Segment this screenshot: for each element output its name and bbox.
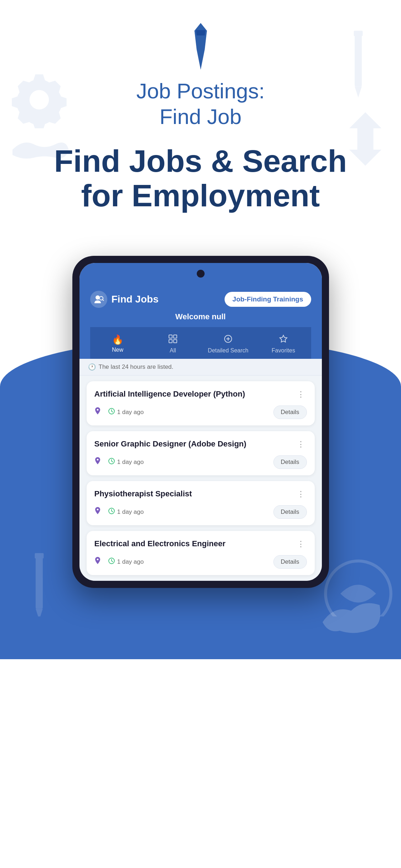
location-icon xyxy=(94,457,101,467)
job-location xyxy=(94,507,101,517)
tie-icon xyxy=(185,21,217,71)
all-tab-icon xyxy=(168,334,178,346)
favorites-tab-icon xyxy=(279,334,288,346)
jobs-list: Artificial Intelligence Developer (Pytho… xyxy=(79,376,322,581)
job-time: 1 day ago xyxy=(108,408,144,417)
job-card: Physiotherapist Specialist ⋮ xyxy=(87,481,315,525)
phone-wrapper: Find Jobs Job-Finding Trainings Welcome … xyxy=(72,256,329,588)
job-location xyxy=(94,557,101,567)
job-title: Electrical and Electronics Engineer xyxy=(94,539,295,549)
top-header: Job Postings: Find Job xyxy=(29,21,372,130)
job-card-top: Electrical and Electronics Engineer ⋮ xyxy=(94,539,307,549)
tab-all[interactable]: All xyxy=(145,331,201,359)
favorites-tab-label: Favorites xyxy=(272,347,295,354)
job-card-bottom: 1 day ago Details xyxy=(94,505,307,519)
phone-screen: Find Jobs Job-Finding Trainings Welcome … xyxy=(79,263,322,581)
svg-marker-19 xyxy=(280,335,287,342)
job-card: Senior Graphic Designer (Adobe Design) ⋮ xyxy=(87,431,315,475)
details-button[interactable]: Details xyxy=(273,405,307,419)
location-icon xyxy=(94,557,101,567)
location-icon xyxy=(94,507,101,517)
job-card-top: Senior Graphic Designer (Adobe Design) ⋮ xyxy=(94,439,307,450)
job-card-bottom: 1 day ago Details xyxy=(94,405,307,419)
phone-notch xyxy=(79,263,322,284)
tab-detailed-search[interactable]: Detailed Search xyxy=(201,331,256,359)
svg-rect-13 xyxy=(174,335,177,338)
svg-rect-14 xyxy=(169,340,172,343)
time-icon xyxy=(108,458,115,466)
job-meta: 1 day ago xyxy=(94,457,144,467)
svg-rect-15 xyxy=(174,340,177,343)
job-meta: 1 day ago xyxy=(94,407,144,417)
app-logo xyxy=(90,291,107,308)
svg-point-9 xyxy=(96,295,100,300)
job-meta: 1 day ago xyxy=(94,507,144,517)
details-button[interactable]: Details xyxy=(273,455,307,469)
welcome-text: Welcome null xyxy=(90,312,311,321)
tab-new[interactable]: 🔥 New xyxy=(90,331,145,359)
details-button[interactable]: Details xyxy=(273,555,307,569)
job-card-bottom: 1 day ago Details xyxy=(94,455,307,469)
job-card: Electrical and Electronics Engineer ⋮ xyxy=(87,531,315,575)
job-time: 1 day ago xyxy=(108,458,144,466)
app-logo-area: Find Jobs xyxy=(90,291,159,308)
job-card-top: Physiotherapist Specialist ⋮ xyxy=(94,489,307,500)
new-tab-icon: 🔥 xyxy=(112,334,123,345)
svg-marker-3 xyxy=(194,23,207,69)
job-menu-button[interactable]: ⋮ xyxy=(295,489,307,500)
job-time-text: 1 day ago xyxy=(117,409,144,416)
phone-camera xyxy=(197,270,205,278)
location-icon xyxy=(94,407,101,417)
job-menu-button[interactable]: ⋮ xyxy=(295,389,307,400)
last24-notice: 🕐 The last 24 hours are listed. xyxy=(79,359,322,376)
new-tab-label: New xyxy=(112,347,123,353)
tab-favorites[interactable]: Favorites xyxy=(256,331,311,359)
clock-icon: 🕐 xyxy=(88,363,96,371)
job-time-text: 1 day ago xyxy=(117,459,144,466)
svg-marker-4 xyxy=(196,30,205,36)
phone-frame: Find Jobs Job-Finding Trainings Welcome … xyxy=(72,256,329,588)
time-icon xyxy=(108,408,115,417)
main-headline: Find Jobs & Search for Employment xyxy=(54,144,347,213)
top-section: Job Postings: Find Job Find Jobs & Searc… xyxy=(0,0,401,249)
job-menu-button[interactable]: ⋮ xyxy=(295,539,307,549)
job-title: Artificial Intelligence Developer (Pytho… xyxy=(94,389,295,399)
app-name-label: Find Jobs xyxy=(112,294,159,305)
detailed-search-tab-label: Detailed Search xyxy=(208,347,248,354)
detailed-search-tab-icon xyxy=(223,334,233,346)
details-button[interactable]: Details xyxy=(273,505,307,519)
job-title: Senior Graphic Designer (Adobe Design) xyxy=(94,439,295,449)
time-icon xyxy=(108,557,115,566)
job-menu-button[interactable]: ⋮ xyxy=(295,439,307,450)
job-card: Artificial Intelligence Developer (Pytho… xyxy=(87,381,315,425)
notice-text: The last 24 hours are listed. xyxy=(99,363,174,371)
app-header-top: Find Jobs Job-Finding Trainings xyxy=(90,291,311,308)
svg-point-10 xyxy=(99,296,103,300)
all-tab-label: All xyxy=(170,347,176,354)
job-meta: 1 day ago xyxy=(94,557,144,567)
job-title: Physiotherapist Specialist xyxy=(94,489,295,499)
job-location xyxy=(94,457,101,467)
job-card-top: Artificial Intelligence Developer (Pytho… xyxy=(94,389,307,400)
phone-container: Find Jobs Job-Finding Trainings Welcome … xyxy=(0,256,401,616)
job-location xyxy=(94,407,101,417)
app-title: Job Postings: Find Job xyxy=(136,78,264,130)
nav-tabs: 🔥 New xyxy=(90,327,311,359)
time-icon xyxy=(108,507,115,516)
job-time: 1 day ago xyxy=(108,507,144,516)
job-time-text: 1 day ago xyxy=(117,508,144,516)
app-header: Find Jobs Job-Finding Trainings Welcome … xyxy=(79,284,322,359)
job-time-text: 1 day ago xyxy=(117,558,144,565)
svg-rect-12 xyxy=(169,335,172,338)
job-time: 1 day ago xyxy=(108,557,144,566)
trainings-button[interactable]: Job-Finding Trainings xyxy=(225,292,311,307)
job-card-bottom: 1 day ago Details xyxy=(94,555,307,569)
svg-line-11 xyxy=(103,300,104,301)
